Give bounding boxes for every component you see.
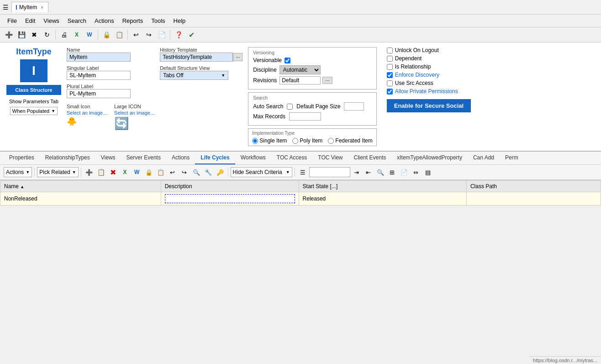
use-src-access-checkbox[interactable] bbox=[387, 80, 393, 86]
redo2-button[interactable]: ↪ bbox=[179, 167, 190, 178]
name-input[interactable] bbox=[67, 53, 131, 62]
excel-button[interactable]: X bbox=[71, 29, 83, 41]
undo-button[interactable]: ↩ bbox=[130, 29, 142, 41]
pick-related-dropdown[interactable]: Pick Related ▼ bbox=[37, 167, 78, 177]
col-description-header[interactable]: Description bbox=[161, 181, 299, 192]
excel-export-button[interactable]: X bbox=[120, 167, 131, 178]
history-template-ellipsis-button[interactable]: ··· bbox=[233, 53, 243, 61]
main-tab[interactable]: I MyItem × bbox=[11, 2, 48, 12]
word-export-button[interactable]: W bbox=[132, 167, 142, 178]
search-filter-input[interactable] bbox=[309, 167, 350, 177]
col-start-state-header[interactable]: Start State [...] bbox=[299, 181, 466, 192]
menu-actions[interactable]: Actions bbox=[91, 16, 118, 26]
indent-button[interactable]: ⇥ bbox=[351, 167, 362, 178]
toolbar-separator4 bbox=[170, 30, 170, 40]
singular-label-input[interactable] bbox=[67, 71, 131, 80]
tab-actions[interactable]: Actions bbox=[166, 152, 195, 164]
outdent-button[interactable]: ⇤ bbox=[363, 167, 374, 178]
tab-relationshiptypes[interactable]: RelationshipTypes bbox=[40, 152, 95, 164]
max-records-input[interactable] bbox=[289, 112, 321, 121]
small-icon-link[interactable]: Select an image... bbox=[67, 110, 107, 116]
doc-button[interactable]: 📄 bbox=[399, 167, 410, 178]
delete-row-button[interactable]: ✖ bbox=[108, 167, 119, 178]
tab-can-add[interactable]: Can Add bbox=[468, 152, 500, 164]
actions-dropdown[interactable]: Actions ▼ bbox=[4, 167, 32, 177]
copy-row-button[interactable]: 📋 bbox=[95, 167, 107, 178]
tab-perm[interactable]: Perm bbox=[500, 152, 524, 164]
federated-item-radio-label[interactable]: Federated Item bbox=[328, 137, 372, 144]
menu-views[interactable]: Views bbox=[40, 16, 63, 26]
undo2-button[interactable]: ↩ bbox=[167, 167, 178, 178]
tab-xitemtype[interactable]: xItemTypeAllowedProperty bbox=[391, 152, 468, 164]
lock-button[interactable]: 🔒 bbox=[100, 29, 112, 41]
large-icon-link[interactable]: Select an image... bbox=[114, 110, 154, 116]
tab-client-events[interactable]: Client Events bbox=[348, 152, 392, 164]
copy-button[interactable]: 📄 bbox=[156, 29, 168, 41]
secure-social-button[interactable]: Enable for Secure Social bbox=[387, 99, 471, 112]
is-relationship-checkbox[interactable] bbox=[387, 64, 393, 70]
federated-item-radio[interactable] bbox=[328, 138, 334, 144]
single-item-radio-label[interactable]: Single Item bbox=[252, 137, 287, 144]
refresh-button[interactable]: ↻ bbox=[41, 29, 53, 41]
check-button[interactable]: ✔ bbox=[185, 29, 197, 41]
menu-file[interactable]: File bbox=[4, 16, 21, 26]
menu-tools[interactable]: Tools bbox=[148, 16, 169, 26]
menu-search[interactable]: Search bbox=[64, 16, 90, 26]
auto-search-checkbox[interactable] bbox=[287, 104, 293, 110]
hamburger-menu[interactable]: ☰ bbox=[3, 4, 9, 11]
lock2-button[interactable]: 🔒 bbox=[143, 167, 154, 178]
revisions-input[interactable] bbox=[279, 76, 321, 84]
clipboard-button[interactable]: 📋 bbox=[155, 167, 166, 178]
plural-label-input[interactable] bbox=[67, 89, 131, 98]
unlock-on-logout-checkbox[interactable] bbox=[387, 47, 393, 53]
actions-dropdown-arrow-icon: ▼ bbox=[26, 170, 30, 174]
close-tab-icon[interactable]: × bbox=[41, 5, 43, 10]
when-populated-dropdown[interactable]: When Populated ▼ bbox=[10, 107, 58, 115]
zoom-button[interactable]: 🔍 bbox=[375, 167, 386, 178]
revisions-ellipsis-button[interactable]: ··· bbox=[322, 77, 332, 84]
col-name-header[interactable]: Name ▲ bbox=[0, 181, 161, 192]
history-template-input[interactable] bbox=[160, 53, 233, 62]
grid-button[interactable]: ⊞ bbox=[387, 167, 398, 178]
menu-help[interactable]: Help bbox=[170, 16, 190, 26]
print-button[interactable]: 🖨 bbox=[58, 29, 70, 41]
table-row[interactable]: NonReleased Released bbox=[0, 192, 601, 206]
discipline-select[interactable]: Automatic bbox=[279, 65, 321, 74]
add-button[interactable]: ➕ bbox=[3, 29, 15, 41]
col-class-path-header[interactable]: Class Path bbox=[466, 181, 601, 192]
wrench-button[interactable]: 🔧 bbox=[203, 167, 214, 178]
poly-item-radio[interactable] bbox=[292, 138, 298, 144]
dependent-checkbox[interactable] bbox=[387, 56, 393, 62]
redo-button[interactable]: ↪ bbox=[143, 29, 155, 41]
tab-toc-view[interactable]: TOC View bbox=[312, 152, 348, 164]
key-button[interactable]: 🔑 bbox=[215, 167, 226, 178]
menu-edit[interactable]: Edit bbox=[21, 16, 39, 26]
search2-button[interactable]: 🔍 bbox=[191, 167, 202, 178]
add-row-button[interactable]: ➕ bbox=[84, 167, 95, 178]
tab-views[interactable]: Views bbox=[95, 152, 121, 164]
allow-private-permissions-checkbox[interactable] bbox=[387, 89, 393, 95]
tab-life-cycles[interactable]: Life Cycles bbox=[195, 152, 235, 164]
compare-button[interactable]: ⇔ bbox=[411, 167, 422, 178]
save-button[interactable]: 💾 bbox=[16, 29, 27, 41]
list-view-button[interactable]: ☰ bbox=[297, 167, 308, 178]
tab-properties[interactable]: Properties bbox=[4, 152, 40, 164]
versionable-checkbox[interactable] bbox=[285, 58, 290, 63]
help-button[interactable]: ❓ bbox=[173, 29, 185, 41]
single-item-radio[interactable] bbox=[252, 138, 258, 144]
class-structure-button[interactable]: Class Structure bbox=[6, 85, 61, 95]
layout-button[interactable]: ▤ bbox=[422, 167, 433, 178]
word-button[interactable]: W bbox=[84, 29, 95, 41]
enforce-discovery-checkbox[interactable] bbox=[387, 72, 393, 78]
tab-workflows[interactable]: Workflows bbox=[235, 152, 271, 164]
tab-server-events[interactable]: Server Events bbox=[121, 152, 166, 164]
default-page-size-input[interactable] bbox=[344, 102, 364, 111]
promote-button[interactable]: 📋 bbox=[113, 29, 125, 41]
cancel-button[interactable]: ✖ bbox=[28, 29, 40, 41]
tab-toc-access[interactable]: TOC Access bbox=[271, 152, 312, 164]
hide-search-dropdown[interactable]: Hide Search Criteria ▼ bbox=[231, 167, 292, 177]
default-structure-dropdown[interactable]: Tabs Off ▼ bbox=[160, 71, 228, 80]
subtoolbar: Actions ▼ Pick Related ▼ ➕ 📋 ✖ X W 🔒 📋 ↩… bbox=[0, 165, 601, 180]
poly-item-radio-label[interactable]: Poly Item bbox=[292, 137, 322, 144]
menu-reports[interactable]: Reports bbox=[119, 16, 147, 26]
